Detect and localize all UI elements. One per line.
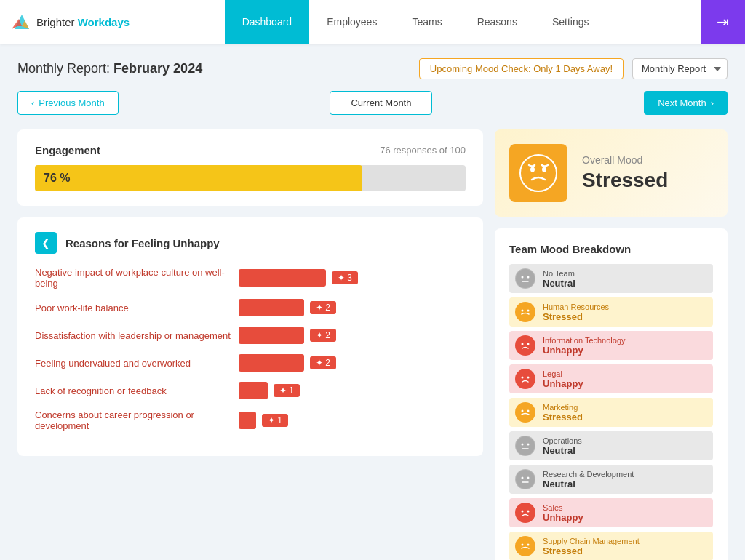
reason-bar-wrap: ✦ 2: [239, 354, 466, 372]
svg-point-23: [527, 444, 530, 446]
team-face-icon: [515, 436, 535, 456]
reason-row: Dissatisfaction with leadership or manag…: [35, 327, 466, 344]
mood-label: Overall Mood: [582, 154, 668, 166]
navbar: Brighter Workdays Dashboard Employees Te…: [0, 0, 745, 44]
svg-point-31: [522, 544, 524, 546]
reasons-card: ❮ Reasons for Feeling Unhappy Negative i…: [17, 217, 483, 456]
logout-icon: ⇥: [717, 13, 729, 31]
reasons-list: Negative impact of workplace culture on …: [35, 267, 466, 431]
left-panel: Engagement 76 responses of 100 76 % ❮ Re…: [17, 129, 483, 560]
nav-employees[interactable]: Employees: [309, 0, 394, 44]
team-face-icon: [515, 268, 535, 289]
svg-point-17: [527, 377, 530, 379]
nav-reasons[interactable]: Reasons: [460, 0, 535, 44]
reasons-header: ❮ Reasons for Feeling Unhappy: [35, 232, 466, 254]
reason-bar-wrap: ✦ 2: [239, 327, 466, 344]
mood-info: Overall Mood Stressed: [582, 154, 668, 192]
team-info: Research & Development Neutral: [543, 470, 634, 489]
team-info: Information Technology Unhappy: [543, 336, 626, 356]
nav-teams[interactable]: Teams: [394, 0, 459, 44]
team-mood: Unhappy: [543, 512, 583, 523]
svg-point-6: [516, 269, 535, 288]
svg-point-8: [527, 276, 530, 279]
svg-point-3: [520, 155, 557, 191]
svg-point-13: [522, 343, 524, 345]
team-mood: Unhappy: [543, 378, 583, 389]
reason-bar: [239, 327, 304, 344]
team-card: Team Mood Breakdown No Team Neutral Huma…: [495, 228, 728, 560]
svg-point-25: [522, 477, 524, 479]
svg-point-24: [516, 470, 535, 489]
reason-bar-wrap: ✦ 2: [239, 299, 466, 316]
main-content: Monthly Report: February 2024 Upcoming M…: [0, 44, 745, 560]
nav-settings[interactable]: Settings: [535, 0, 607, 44]
team-info: Supply Chain Management Stressed: [543, 537, 640, 556]
team-name: Research & Development: [543, 470, 634, 479]
reason-row: Negative impact of workplace culture on …: [35, 267, 466, 289]
reason-count: ✦ 1: [274, 384, 300, 397]
svg-point-30: [516, 537, 535, 556]
svg-point-19: [522, 410, 524, 412]
team-name: Operations: [543, 436, 582, 445]
team-face-icon: [515, 302, 535, 322]
team-face-icon: [515, 536, 535, 556]
prev-month-button[interactable]: ‹ Previous Month: [17, 91, 119, 115]
reason-row: Lack of recognition or feedback ✦ 1: [35, 382, 466, 399]
team-name: Legal: [543, 369, 583, 378]
team-row: Marketing Stressed: [509, 398, 713, 427]
svg-point-11: [527, 310, 530, 312]
team-face-icon: [515, 503, 535, 523]
reason-count: ✦ 2: [310, 301, 336, 314]
engagement-title: Engagement: [35, 144, 100, 156]
team-name: Supply Chain Management: [543, 537, 640, 545]
team-name: Sales: [543, 503, 583, 512]
svg-point-15: [516, 369, 535, 388]
nav-links: Dashboard Employees Teams Reasons Settin…: [225, 0, 607, 44]
reasons-title: Reasons for Feeling Unhappy: [65, 237, 220, 249]
progress-percent: 76 %: [44, 172, 70, 185]
team-row: Supply Chain Management Stressed: [509, 532, 713, 560]
logout-button[interactable]: ⇥: [701, 0, 745, 44]
svg-point-29: [527, 511, 530, 513]
next-month-button[interactable]: Next Month ›: [644, 91, 728, 115]
svg-point-10: [522, 310, 524, 312]
team-face-icon: [515, 402, 535, 423]
report-select[interactable]: Monthly Report: [632, 58, 728, 79]
team-row: Legal Unhappy: [509, 364, 713, 393]
next-icon: ›: [711, 97, 714, 108]
header-row: Monthly Report: February 2024 Upcoming M…: [17, 58, 728, 79]
team-row: Sales Unhappy: [509, 498, 713, 527]
reason-bar: [239, 354, 304, 372]
svg-point-18: [516, 403, 535, 422]
reason-bar: [239, 269, 326, 287]
team-mood: Stressed: [543, 311, 609, 322]
progress-bar-fill: 76 %: [35, 165, 362, 191]
engagement-card: Engagement 76 responses of 100 76 %: [17, 129, 483, 206]
team-mood: Neutral: [543, 445, 582, 456]
team-name: Marketing: [543, 403, 583, 412]
team-mood: Unhappy: [543, 345, 626, 356]
reason-row: Feeling undervalued and overworked ✦ 2: [35, 354, 466, 372]
mood-face-icon: [509, 144, 567, 202]
reasons-icon: ❮: [35, 232, 57, 254]
page-title: Monthly Report: February 2024: [17, 61, 202, 76]
svg-point-4: [530, 167, 535, 172]
current-month-button[interactable]: Current Month: [330, 91, 432, 115]
team-info: Legal Unhappy: [543, 369, 583, 389]
team-row: Operations Neutral: [509, 431, 713, 460]
svg-point-5: [542, 167, 546, 172]
svg-point-32: [527, 544, 530, 546]
team-info: Marketing Stressed: [543, 403, 583, 423]
reason-bar: [239, 412, 256, 429]
svg-point-9: [516, 303, 535, 321]
reason-label: Poor work-life balance: [35, 303, 239, 313]
logo-icon: [12, 12, 32, 32]
team-info: Sales Unhappy: [543, 503, 583, 523]
team-row: Human Resources Stressed: [509, 297, 713, 327]
reason-count: ✦ 2: [310, 356, 336, 369]
reason-count: ✦ 3: [332, 271, 358, 284]
mood-value: Stressed: [582, 169, 668, 192]
mood-alert: Upcoming Mood Check: Only 1 Days Away!: [419, 58, 624, 79]
nav-dashboard[interactable]: Dashboard: [225, 0, 310, 44]
header-right: Upcoming Mood Check: Only 1 Days Away! M…: [419, 58, 728, 79]
